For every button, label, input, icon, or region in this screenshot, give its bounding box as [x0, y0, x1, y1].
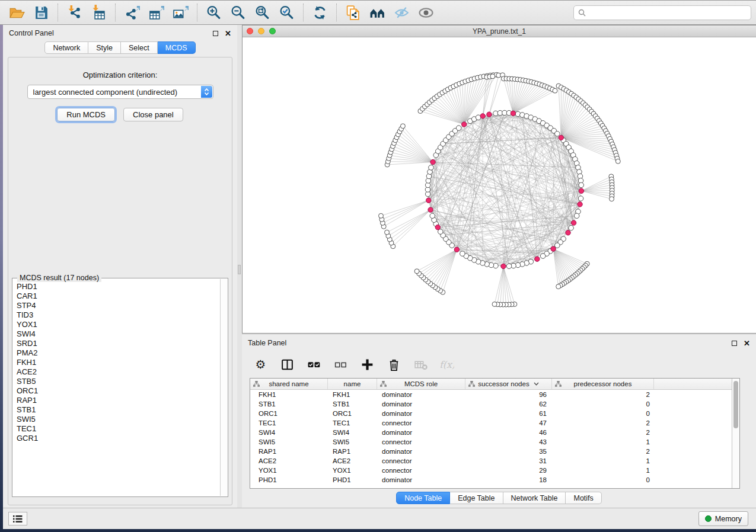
close-table-panel-icon[interactable]: ✕	[744, 339, 750, 347]
table-cell: 96	[465, 391, 552, 398]
table-tab-network-table[interactable]: Network Table	[503, 492, 566, 504]
zoom-selected-icon	[279, 5, 295, 21]
memory-button[interactable]: Memory	[698, 511, 748, 526]
table-row[interactable]: FKH1FKH1dominator962	[250, 390, 732, 399]
show-columns-button[interactable]	[279, 357, 295, 372]
mcds-result-list[interactable]: PHD1CAR1STP4TID3YOX1SWI4SRD1PMA2FKH1ACE2…	[13, 280, 220, 496]
column-header-name[interactable]: name	[328, 379, 377, 389]
export-table-button[interactable]	[144, 2, 168, 23]
table-row[interactable]: RAP1RAP1dominator352	[250, 447, 732, 456]
mcds-result-item[interactable]: ACE2	[17, 367, 220, 377]
column-header-successor-nodes[interactable]: successor nodes	[465, 379, 552, 389]
first-neighbors-button[interactable]	[365, 2, 390, 23]
network-graph[interactable]	[243, 37, 756, 333]
search-input[interactable]	[589, 8, 747, 17]
criterion-select[interactable]: largest connected component (undirected)	[27, 85, 213, 99]
table-tab-edge-table[interactable]: Edge Table	[450, 492, 503, 504]
tab-style[interactable]: Style	[88, 41, 121, 54]
table-scrollbar-thumb[interactable]	[733, 381, 738, 428]
show-graphics-details-button[interactable]	[414, 2, 438, 23]
table-row[interactable]: SWI4SWI4dominator462	[250, 428, 732, 437]
deselect-all-button[interactable]	[333, 357, 348, 372]
table-toolbar: ⚙f(x)	[249, 353, 750, 376]
table-row[interactable]: STB1STB1dominator620	[250, 399, 732, 409]
table-tab-node-table[interactable]: Node Table	[396, 492, 450, 504]
select-all-button[interactable]	[306, 357, 321, 372]
memory-status-icon	[705, 515, 712, 522]
mcds-result-item[interactable]: STB1	[17, 405, 220, 415]
table-cell: FKH1	[328, 391, 377, 398]
mcds-result-item[interactable]: STB5	[17, 377, 220, 386]
float-panel-icon[interactable]	[213, 31, 218, 36]
mcds-result-item[interactable]: PHD1	[17, 282, 220, 291]
save-session-button[interactable]	[29, 2, 53, 23]
tab-network[interactable]: Network	[44, 41, 88, 54]
splitter-handle[interactable]	[238, 265, 241, 274]
svg-text:f(x): f(x)	[441, 359, 454, 370]
mcds-result-item[interactable]: YOX1	[17, 320, 220, 329]
column-header-predecessor-nodes[interactable]: predecessor nodes	[552, 379, 654, 389]
tab-select[interactable]: Select	[121, 41, 158, 54]
table-cell: connector	[377, 457, 465, 464]
table-row[interactable]: PHD1PHD1dominator180	[250, 475, 732, 485]
import-network-icon	[66, 5, 82, 21]
delete-column-button[interactable]	[386, 357, 401, 372]
zoom-in-button[interactable]	[202, 2, 226, 23]
table-cell: TEC1	[328, 419, 377, 427]
table-row[interactable]: ACE2ACE2connector311	[250, 456, 732, 466]
close-panel-button[interactable]: Close panel	[123, 108, 183, 121]
mcds-result-item[interactable]: ORC1	[17, 386, 220, 396]
table-cell: 47	[465, 419, 552, 427]
column-header-shared-name[interactable]: shared name	[250, 379, 328, 389]
zoom-out-button[interactable]	[226, 2, 250, 23]
open-file-button[interactable]	[5, 2, 29, 23]
table-tab-motifs[interactable]: Motifs	[566, 492, 601, 504]
network-view[interactable]	[243, 37, 756, 333]
mcds-result-item[interactable]: PMA2	[17, 348, 220, 358]
mcds-result-item[interactable]: RAP1	[17, 396, 220, 405]
vertical-splitter[interactable]	[237, 25, 242, 508]
table-row[interactable]: SWI5SWI5connector431	[250, 437, 732, 447]
mcds-result-item[interactable]: CAR1	[17, 291, 220, 301]
import-table-button[interactable]	[87, 2, 111, 23]
zoom-fit-button[interactable]	[250, 2, 275, 23]
window-zoom-button[interactable]	[269, 28, 276, 34]
mcds-result-item[interactable]: SRD1	[17, 339, 220, 348]
search-field[interactable]	[573, 5, 751, 20]
table-row[interactable]: ORC1ORC1dominator610	[250, 409, 732, 418]
result-scrollbar[interactable]	[220, 279, 227, 496]
table-row[interactable]: YOX1YOX1connector291	[250, 466, 732, 475]
close-panel-icon[interactable]: ✕	[225, 30, 231, 37]
run-mcds-button[interactable]: Run MCDS	[57, 108, 115, 121]
tab-mcds[interactable]: MCDS	[158, 41, 196, 54]
float-table-panel-icon[interactable]	[732, 341, 737, 346]
table-row[interactable]: TEC1TEC1connector472	[250, 418, 732, 428]
column-header-mcds-role[interactable]: MCDS role	[377, 379, 465, 389]
mcds-result-item[interactable]: FKH1	[17, 358, 220, 367]
clone-network-button[interactable]	[341, 2, 365, 23]
table-scrollbar[interactable]	[732, 379, 739, 488]
window-close-button[interactable]	[247, 28, 253, 34]
window-minimize-button[interactable]	[258, 28, 264, 34]
column-type-icon	[253, 381, 260, 388]
mcds-result-item[interactable]: GCR1	[17, 434, 220, 443]
table-cell: 2	[552, 448, 654, 455]
export-image-button[interactable]	[168, 2, 193, 23]
table-cell: 0	[552, 400, 654, 408]
hide-graphics-details-button[interactable]	[390, 2, 414, 23]
mcds-result-item[interactable]: SWI5	[17, 415, 220, 424]
export-network-icon	[124, 5, 140, 21]
mcds-result-item[interactable]: STP4	[17, 301, 220, 310]
export-network-button[interactable]	[120, 2, 144, 23]
task-history-button[interactable]	[8, 512, 27, 525]
table-cell: 1	[552, 457, 654, 464]
refresh-view-button[interactable]	[308, 2, 332, 23]
mcds-result-item[interactable]: SWI4	[17, 329, 220, 339]
table-mode-gear-button[interactable]: ⚙	[253, 357, 268, 372]
mcds-result-item[interactable]: TEC1	[17, 424, 220, 434]
mcds-result-item[interactable]: TID3	[17, 310, 220, 320]
add-column-button[interactable]	[359, 357, 375, 372]
zoom-selected-button[interactable]	[275, 2, 299, 23]
import-network-button[interactable]	[62, 2, 87, 23]
toolbar-separator	[336, 4, 337, 21]
